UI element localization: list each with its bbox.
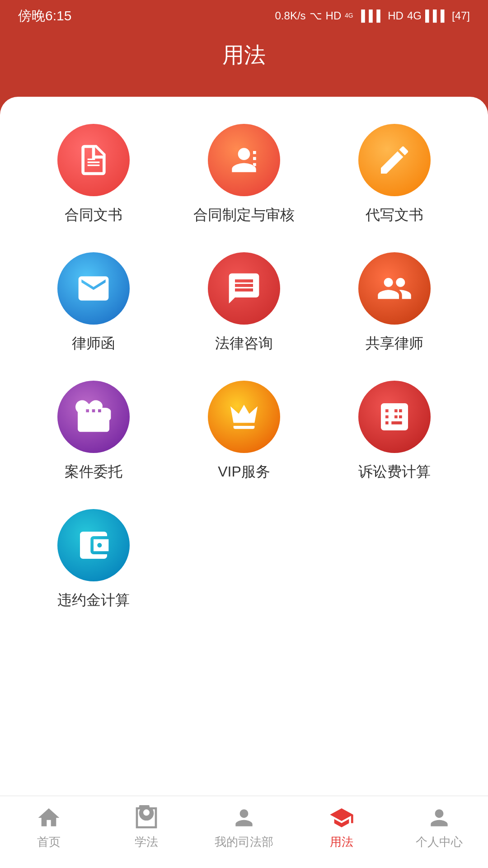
ghost-write-label: 代写文书: [366, 205, 423, 225]
study-nav-label: 学法: [135, 834, 158, 850]
hd-icon: HD: [326, 9, 342, 22]
grid-item-penalty-calc[interactable]: 违约金计算: [27, 509, 160, 610]
nav-item-study[interactable]: 学法: [98, 805, 195, 850]
grid-item-case-entrust[interactable]: 案件委托: [27, 381, 160, 482]
grid-item-contract-review[interactable]: 合同制定与审核: [178, 124, 310, 225]
contract-review-label: 合同制定与审核: [193, 205, 295, 225]
signal-bars-icon: ▌▌▌: [361, 9, 384, 22]
battery-icon: [47]: [452, 9, 470, 22]
network-speed: 0.8K/s: [275, 9, 306, 22]
profile-nav-label: 个人中心: [416, 834, 463, 850]
page-header: 用法: [0, 32, 488, 97]
status-bar: 傍晚6:15 0.8K/s ⌥ HD 4G ▌▌▌ HD 4G ▌▌▌ [47]: [0, 0, 488, 32]
lawyer-letter-label: 律师函: [72, 334, 115, 354]
contract-doc-icon-circle: [57, 124, 130, 196]
grid-item-litigation-fee[interactable]: 诉讼费计算: [328, 381, 461, 482]
vip-service-icon-circle: [208, 381, 280, 453]
bottom-nav: 首页 学法 我的司法部 用法 个人中心: [0, 796, 488, 868]
study-nav-icon: [134, 805, 159, 830]
judicial-nav-icon: [231, 805, 257, 830]
grid-item-lawyer-letter[interactable]: 律师函: [27, 252, 160, 354]
home-nav-label: 首页: [37, 834, 61, 850]
grid-item-shared-lawyer[interactable]: 共享律师: [328, 252, 461, 354]
case-entrust-label: 案件委托: [65, 462, 122, 482]
wallet-icon: [75, 527, 112, 563]
document-pen-icon: [376, 142, 413, 178]
use-law-nav-icon: [329, 805, 354, 830]
grid-item-ghost-write[interactable]: 代写文书: [328, 124, 461, 225]
bluetooth-icon: ⌥: [310, 9, 322, 22]
lawyer-letter-icon-circle: [57, 252, 130, 325]
status-time: 傍晚6:15: [18, 7, 71, 25]
crown-icon: [226, 399, 262, 435]
litigation-fee-label: 诉讼费计算: [358, 462, 431, 482]
shared-lawyer-icon-circle: [358, 252, 431, 325]
grid-item-contract-doc[interactable]: 合同文书: [27, 124, 160, 225]
main-content: 合同文书 合同制定与审核 代写文书: [0, 97, 488, 843]
penalty-calc-icon-circle: [57, 509, 130, 581]
vip-service-label: VIP服务: [218, 462, 270, 482]
signal-bars-icon2: ▌▌▌: [425, 9, 448, 22]
nav-item-home[interactable]: 首页: [0, 805, 98, 850]
home-nav-icon: [36, 805, 61, 830]
ghost-write-icon-circle: [358, 124, 431, 196]
letter-icon: [75, 270, 112, 307]
signal-4g-icon: 4G: [345, 8, 357, 24]
briefcase-icon: [75, 399, 112, 435]
calculator-icon: [376, 399, 413, 435]
nav-item-use-law[interactable]: 用法: [293, 805, 390, 850]
legal-consult-icon-circle: [208, 252, 280, 325]
legal-consult-label: 法律咨询: [215, 334, 273, 354]
grid-item-vip-service[interactable]: VIP服务: [178, 381, 310, 482]
status-icons: 0.8K/s ⌥ HD 4G ▌▌▌ HD 4G ▌▌▌ [47]: [275, 8, 470, 24]
person-group-icon: [376, 270, 413, 307]
litigation-fee-icon-circle: [358, 381, 431, 453]
nav-item-judicial[interactable]: 我的司法部: [195, 805, 293, 850]
nav-item-profile[interactable]: 个人中心: [390, 805, 488, 850]
contract-doc-label: 合同文书: [65, 205, 122, 225]
penalty-calc-label: 违约金计算: [57, 590, 130, 610]
case-entrust-icon-circle: [57, 381, 130, 453]
chat-icon: [226, 270, 262, 307]
shared-lawyer-label: 共享律师: [366, 334, 423, 354]
person-document-icon: [226, 142, 262, 178]
hd-icon2: HD: [388, 9, 404, 22]
services-grid: 合同文书 合同制定与审核 代写文书: [27, 124, 461, 610]
page-title: 用法: [0, 41, 488, 70]
svg-text:4G: 4G: [345, 12, 353, 19]
contract-review-icon-circle: [208, 124, 280, 196]
judicial-nav-label: 我的司法部: [215, 834, 273, 850]
grid-item-legal-consult[interactable]: 法律咨询: [178, 252, 310, 354]
document-icon: [75, 142, 112, 178]
use-law-nav-label: 用法: [330, 834, 353, 850]
signal-4g-icon2: 4G: [407, 9, 422, 22]
profile-nav-icon: [427, 805, 452, 830]
